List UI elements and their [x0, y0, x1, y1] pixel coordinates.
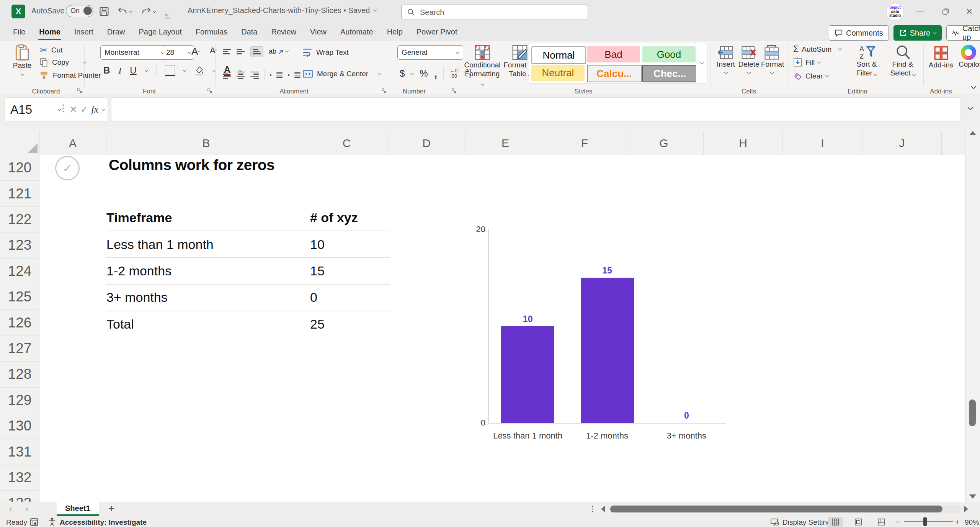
font-dialog-launcher[interactable] — [207, 88, 213, 94]
table-cell-value[interactable]: 0 — [310, 290, 317, 305]
column-header-G[interactable]: G — [624, 131, 704, 155]
sheet-tab-sheet1[interactable]: Sheet1 — [57, 502, 99, 516]
underline-button[interactable]: U — [130, 65, 136, 76]
select-all-corner[interactable] — [0, 131, 39, 155]
comma-style-button[interactable]: , — [434, 70, 437, 77]
row-header-126[interactable]: 126 — [0, 310, 39, 336]
zoom-level[interactable]: 90% — [965, 518, 979, 527]
table-cell-label[interactable]: 3+ months — [106, 290, 168, 305]
cell-style-neutral[interactable]: Neutral — [531, 65, 585, 81]
horizontal-scroll-thumb[interactable] — [610, 506, 942, 512]
row-header-122[interactable]: 122 — [0, 207, 39, 232]
orientation-button[interactable]: ab — [269, 47, 288, 56]
tab-file[interactable]: File — [8, 25, 31, 39]
zoom-slider-track[interactable] — [904, 521, 953, 522]
quick-access-toolbar-chevron[interactable] — [165, 10, 170, 18]
percent-style-button[interactable]: % — [420, 68, 428, 79]
find-select-button[interactable]: Find &Select — [885, 44, 920, 78]
align-center-button[interactable] — [237, 70, 245, 80]
cell-style-normal[interactable]: Normal — [531, 46, 586, 64]
number-dialog-launcher[interactable] — [451, 88, 457, 94]
view-normal-button[interactable] — [828, 517, 843, 527]
clipboard-dialog-launcher[interactable] — [77, 88, 83, 94]
cell-style-bad[interactable]: Bad — [587, 46, 640, 62]
copy-dropdown-chevron[interactable] — [83, 60, 87, 64]
table-row[interactable]: Less than 1 month10 — [106, 231, 390, 258]
align-left-button[interactable] — [223, 70, 231, 80]
clear-button[interactable]: Clear — [793, 72, 828, 81]
vertical-scroll-thumb[interactable] — [969, 399, 976, 426]
insert-cells-chevron[interactable] — [724, 71, 728, 75]
row-header-120[interactable]: 120 — [0, 155, 39, 181]
column-header-A[interactable]: A — [39, 131, 106, 155]
conditional-formatting-chevron[interactable] — [480, 82, 484, 85]
name-box[interactable]: A15 — [5, 97, 67, 122]
format-cells-chevron[interactable] — [770, 71, 774, 75]
tab-page-layout[interactable]: Page Layout — [134, 25, 187, 39]
column-header-H[interactable]: H — [704, 131, 783, 155]
bold-button[interactable]: B — [103, 65, 110, 76]
view-page-layout-button[interactable] — [851, 517, 866, 527]
display-settings-button[interactable]: Display Settings — [782, 518, 835, 527]
table-header-timeframe[interactable]: Timeframe — [106, 210, 172, 225]
tab-draw[interactable]: Draw — [102, 25, 131, 39]
table-header-count[interactable]: # of xyz — [310, 210, 358, 225]
next-sheet-arrow[interactable]: › — [25, 504, 28, 514]
share-dropdown-chevron[interactable] — [933, 30, 937, 34]
zoom-out-button[interactable]: − — [895, 517, 900, 527]
insert-cells-button[interactable]: Insert — [715, 45, 737, 75]
top-align-button[interactable] — [223, 48, 231, 56]
align-right-button[interactable] — [250, 70, 259, 80]
view-page-break-button[interactable] — [874, 517, 889, 527]
table-row[interactable]: 3+ months0 — [106, 285, 390, 311]
row-header-121[interactable]: 121 — [0, 181, 39, 206]
table-cell-label[interactable]: Less than 1 month — [106, 237, 214, 252]
chart-bar[interactable] — [501, 326, 554, 423]
table-cell-label[interactable]: Total — [106, 317, 134, 332]
chart-bar[interactable] — [581, 278, 634, 423]
increase-indent-button[interactable] — [288, 71, 301, 79]
copy-button[interactable]: Copy — [40, 58, 86, 67]
paste-button[interactable]: Paste — [7, 43, 38, 86]
column-header-F[interactable]: F — [545, 131, 624, 155]
delete-cells-chevron[interactable] — [747, 71, 751, 75]
tab-formulas[interactable]: Formulas — [190, 25, 233, 39]
table-cell-value[interactable]: 15 — [310, 264, 325, 278]
scroll-down-arrow[interactable] — [969, 494, 976, 499]
format-cells-button[interactable]: Format — [761, 45, 782, 75]
decrease-indent-button[interactable] — [270, 71, 283, 79]
column-header-C[interactable]: C — [306, 131, 387, 155]
row-header-125[interactable]: 125 — [0, 284, 39, 310]
hscroll-right-arrow[interactable] — [964, 506, 968, 512]
row-header-133[interactable]: 133 — [0, 491, 39, 502]
excel-app-icon[interactable]: X — [11, 5, 25, 18]
status-accessibility[interactable]: Accessibility: Investigate — [60, 518, 147, 527]
clear-chevron[interactable] — [825, 74, 829, 77]
tabbar-resize-handle[interactable]: ⋮ — [589, 504, 596, 513]
account-avatar[interactable]: depict data studio — [887, 3, 903, 20]
cell-style-good[interactable]: Good — [642, 46, 696, 62]
fx-chevron[interactable] — [101, 107, 105, 111]
table-cell-label[interactable]: 1-2 months — [106, 264, 172, 278]
share-button[interactable]: Share — [893, 25, 942, 41]
scroll-up-arrow[interactable] — [969, 131, 976, 135]
tab-automate[interactable]: Automate — [335, 25, 379, 39]
column-chart[interactable]: 02010Less than 1 month151-2 months03+ mo… — [471, 216, 739, 451]
column-header-E[interactable]: E — [466, 131, 545, 155]
undo-dropdown-chevron[interactable] — [129, 9, 133, 13]
cell-style-chec[interactable]: Chec... — [642, 65, 697, 82]
data-table[interactable]: Timeframe# of xyzLess than 1 month101-2 … — [106, 205, 390, 337]
fill-button[interactable]: Fill — [793, 58, 820, 67]
row-header-131[interactable]: 131 — [0, 439, 39, 465]
row-header-124[interactable]: 124 — [0, 259, 39, 284]
copilot-button[interactable]: Copilot — [959, 45, 978, 69]
merge-center-chevron[interactable] — [378, 71, 382, 75]
middle-align-button[interactable] — [237, 48, 245, 56]
sheet-heading[interactable]: Columns work for zeros — [109, 157, 274, 173]
font-size-select[interactable]: 28 — [163, 45, 194, 60]
catch-up-button[interactable]: Catch up — [946, 25, 980, 41]
enter-icon[interactable]: ✓ — [80, 104, 88, 115]
cell-style-calcu[interactable]: Calcu... — [587, 65, 642, 82]
shrink-font-button[interactable]: Aˇ — [210, 46, 217, 56]
accounting-format-chevron[interactable] — [410, 71, 414, 75]
